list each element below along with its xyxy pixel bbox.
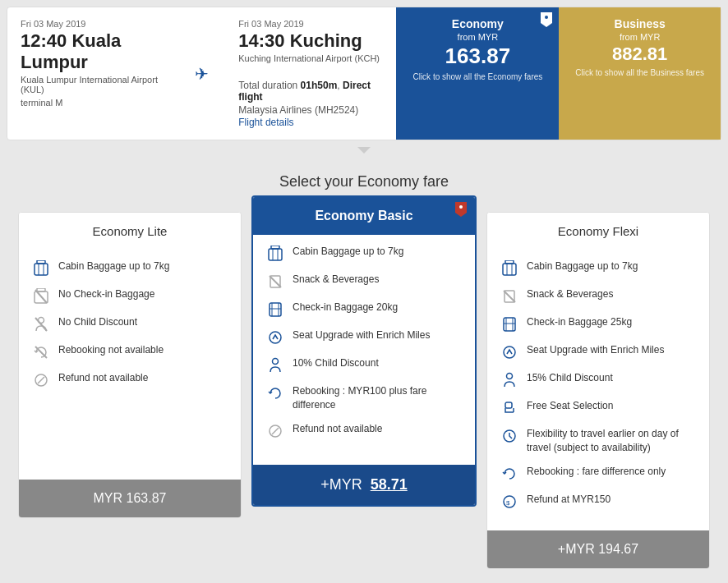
feature-text: No Child Discount [58, 315, 137, 329]
feature-text: Free Seat Selection [527, 399, 613, 413]
business-click-label: Click to show all the Business fares [575, 68, 704, 77]
feature-text: Flexibility to travel earlier on day of … [527, 427, 696, 455]
fare-feature: Snack & Beverages [500, 287, 696, 305]
feature-text: Refund at MYR150 [527, 493, 611, 507]
fare-feature: Rebooking not available [32, 343, 228, 361]
fare-basic-price-bar[interactable]: +MYR 58.71 [253, 465, 475, 505]
fare-card-basic-header: Economy Basic [253, 197, 475, 235]
arrival-date: Fri 03 May 2019 [238, 19, 383, 29]
economy-click-label: Click to show all the Economy fares [412, 72, 542, 81]
svg-line-11 [35, 347, 47, 358]
flight-divider: ✈ [178, 7, 225, 140]
arrival-info: Fri 03 May 2019 14:30 Kuching Kuching In… [225, 7, 396, 140]
fare-card-flexi-header: Economy Flexi [487, 213, 709, 250]
arrival-time-city: 14:30 Kuching [238, 30, 383, 52]
departure-airport: Kuala Lumpur International Airport (KUL) [21, 75, 165, 94]
fare-flexi-price-bar[interactable]: +MYR 194.67 [487, 530, 709, 568]
rebook-icon [266, 384, 284, 402]
fare-card-economy-flexi[interactable]: Economy Flexi Cabin Baggage up to 7kg [486, 212, 710, 569]
svg-line-13 [38, 377, 44, 383]
arrival-city: Kuching [290, 30, 362, 51]
svg-rect-31 [503, 264, 516, 275]
fare-feature: Refund not available [32, 371, 228, 389]
baggage-icon [32, 259, 50, 278]
feature-text: Seat Upgrade with Enrich Miles [527, 343, 664, 357]
upgrade-icon [266, 328, 284, 347]
feature-text: Rebooking not available [58, 343, 164, 357]
fare-card-economy-lite[interactable]: Economy Lite Cabin Baggage up to 7kg [18, 212, 242, 518]
fare-feature: Cabin Baggage up to 7kg [32, 259, 228, 278]
feature-text: Rebooking : MYR100 plus fare difference [293, 384, 462, 412]
feature-text: Cabin Baggage up to 7kg [527, 259, 638, 273]
fare-feature: Check-in Baggage 25kg [500, 315, 696, 333]
svg-line-29 [272, 428, 279, 434]
feature-text: Rebooking : fare difference only [527, 465, 666, 479]
separator-arrow [7, 140, 721, 160]
refund-icon [32, 371, 50, 389]
svg-rect-36 [504, 318, 515, 331]
fare-feature: 15% Child Discount [500, 371, 696, 389]
fare-card-economy-basic[interactable]: Economy Basic Cabin Baggage up to 7kg [251, 195, 477, 507]
fare-feature: $ Refund at MYR150 [500, 493, 696, 511]
feature-text: Seat Upgrade with Enrich Miles [293, 328, 430, 342]
svg-point-1 [545, 16, 548, 19]
fare-feature: 10% Child Discount [266, 356, 462, 374]
fare-feature: No Child Discount [32, 315, 228, 333]
fare-basic-tag-icon [455, 202, 467, 220]
business-price-box[interactable]: Business from MYR 882.81 Click to show a… [559, 7, 721, 140]
flight-card: Fri 03 May 2019 12:40 Kuala Lumpur Kuala… [7, 7, 721, 140]
feature-text: No Check-in Baggage [58, 287, 154, 301]
fare-feature: Cabin Baggage up to 7kg [500, 259, 696, 278]
plane-icon: ✈ [195, 64, 209, 84]
economy-price-box[interactable]: Economy from MYR 163.87 Click to show al… [396, 7, 559, 140]
child-discount-icon [266, 356, 284, 374]
baggage-icon [266, 245, 284, 263]
fare-flexi-features: Cabin Baggage up to 7kg Snack & Beverage… [487, 250, 709, 530]
svg-line-21 [270, 276, 281, 287]
flight-number: Malaysia Airlines (MH2524) [238, 104, 383, 116]
svg-rect-17 [269, 249, 282, 260]
fare-feature: Seat Upgrade with Enrich Miles [266, 328, 462, 347]
feature-text: Snack & Beverages [527, 287, 613, 301]
fare-basic-price-amount: 58.71 [371, 476, 408, 493]
svg-point-41 [507, 374, 513, 379]
no-snack-icon [266, 273, 284, 291]
child-discount-icon [500, 371, 518, 389]
svg-marker-0 [541, 12, 552, 27]
no-checkin-icon [32, 287, 50, 305]
price-boxes: Economy from MYR 163.87 Click to show al… [396, 7, 721, 140]
svg-rect-22 [270, 303, 281, 316]
business-price-amount: 882.81 [575, 44, 704, 65]
fare-basic-features: Cabin Baggage up to 7kg Snack & Beverage… [253, 235, 475, 465]
fare-lite-price-bar[interactable]: MYR 163.87 [19, 480, 241, 517]
fare-feature: Rebooking : MYR100 plus fare difference [266, 384, 462, 412]
fare-feature: Free Seat Selection [500, 399, 696, 417]
business-from-label: from MYR [575, 32, 704, 42]
fare-feature: Seat Upgrade with Enrich Miles [500, 343, 696, 361]
flight-duration: Total duration 01h50m, Direct flight [238, 80, 383, 103]
tag-icon [541, 12, 552, 27]
fare-feature: Refund not available [266, 422, 462, 440]
feature-text: Cabin Baggage up to 7kg [58, 259, 169, 273]
departure-time-city: 12:40 Kuala Lumpur [21, 30, 165, 73]
svg-marker-14 [455, 202, 467, 217]
feature-text: Refund not available [293, 422, 382, 436]
svg-point-27 [273, 359, 279, 365]
fare-section-title: Select your Economy fare [13, 173, 715, 191]
svg-rect-3 [35, 264, 48, 275]
flight-details-link[interactable]: Flight details [238, 117, 293, 128]
fare-lite-features: Cabin Baggage up to 7kg No Check-in Bagg… [19, 250, 241, 480]
page-wrapper: Fri 03 May 2019 12:40 Kuala Lumpur Kuala… [0, 0, 728, 582]
departure-time: 12:40 [21, 30, 67, 51]
departure-info: Fri 03 May 2019 12:40 Kuala Lumpur Kuala… [7, 7, 178, 140]
rebook-icon [500, 465, 518, 483]
feature-text: Check-in Baggage 20kg [293, 301, 398, 314]
feature-text: 15% Child Discount [527, 371, 613, 385]
fare-feature: Cabin Baggage up to 7kg [266, 245, 462, 263]
fare-cards-container: Economy Lite Cabin Baggage up to 7kg [13, 204, 715, 569]
no-snack-icon [500, 287, 518, 305]
refund-icon: $ [500, 493, 518, 511]
departure-date: Fri 03 May 2019 [21, 19, 165, 29]
fare-feature: Snack & Beverages [266, 273, 462, 291]
svg-point-15 [459, 205, 463, 209]
